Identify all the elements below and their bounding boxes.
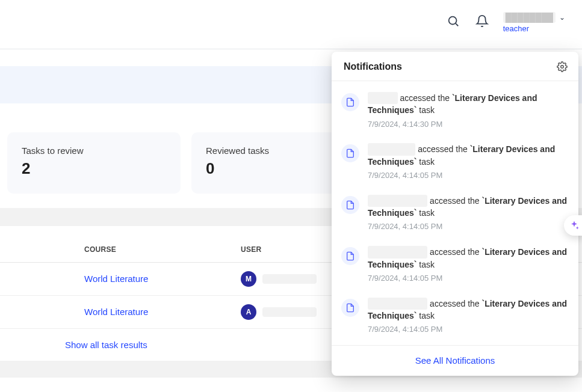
notification-actor: ████████ bbox=[368, 143, 415, 155]
notification-item[interactable]: ████████ accessed the `Literary Devices … bbox=[341, 136, 568, 187]
notification-verb: accessed the bbox=[427, 247, 481, 257]
notification-time: 7/9/2024, 4:14:05 PM bbox=[368, 221, 568, 233]
user-name-cell bbox=[262, 307, 317, 317]
search-icon[interactable] bbox=[445, 13, 461, 29]
avatar: M bbox=[241, 271, 256, 287]
notifications-list: █████ accessed the `Literary Devices and… bbox=[332, 81, 578, 345]
document-icon bbox=[341, 196, 359, 214]
notification-time: 7/9/2024, 4:14:30 PM bbox=[368, 119, 568, 130]
sparkle-icon bbox=[569, 220, 580, 231]
notification-verb: accessed the bbox=[415, 144, 469, 154]
notifications-panel: Notifications █████ accessed the `Litera… bbox=[332, 52, 578, 376]
document-icon bbox=[341, 247, 359, 265]
notification-suffix: task bbox=[416, 208, 435, 218]
notification-actor: █████ bbox=[368, 92, 398, 104]
notification-verb: accessed the bbox=[427, 299, 481, 308]
notification-body: ██████████ accessed the `Literary Device… bbox=[368, 195, 568, 233]
col-header-course: COURSE bbox=[0, 237, 241, 263]
card-tasks-to-review: Tasks to review 2 bbox=[7, 132, 181, 194]
user-role: teacher bbox=[503, 24, 529, 33]
document-icon bbox=[341, 144, 359, 162]
notification-suffix: task bbox=[416, 311, 435, 320]
course-link[interactable]: World Literature bbox=[84, 307, 148, 317]
notification-item[interactable]: ██████████ accessed the `Literary Device… bbox=[341, 290, 568, 341]
user-menu[interactable]: ████████ ⌄ teacher bbox=[503, 12, 565, 33]
notification-time: 7/9/2024, 4:14:05 PM bbox=[368, 324, 568, 335]
chevron-down-icon: ⌄ bbox=[559, 13, 565, 22]
bell-icon[interactable] bbox=[474, 13, 490, 29]
notification-body: ██████████ accessed the `Literary Device… bbox=[368, 298, 568, 335]
notification-item[interactable]: ██████████ accessed the `Literary Device… bbox=[341, 188, 568, 239]
user-name: ████████ bbox=[503, 12, 556, 23]
card-value: 2 bbox=[22, 159, 166, 178]
notification-item[interactable]: █████ accessed the `Literary Devices and… bbox=[341, 85, 568, 136]
card-label: Tasks to review bbox=[22, 145, 166, 156]
notification-body: ████████ accessed the `Literary Devices … bbox=[368, 143, 568, 181]
card-label: Reviewed tasks bbox=[206, 145, 350, 156]
svg-point-2 bbox=[561, 66, 564, 69]
avatar: A bbox=[241, 304, 256, 320]
course-link[interactable]: World Literature bbox=[84, 274, 148, 284]
document-icon bbox=[341, 299, 359, 317]
gear-icon[interactable] bbox=[557, 61, 568, 72]
svg-line-1 bbox=[456, 23, 458, 26]
notification-actor: ██████████ bbox=[368, 195, 427, 207]
notification-verb: accessed the bbox=[398, 93, 452, 103]
notification-verb: accessed the bbox=[427, 196, 481, 206]
notification-suffix: task bbox=[416, 105, 435, 115]
notification-body: █████ accessed the `Literary Devices and… bbox=[368, 92, 568, 130]
notification-suffix: task bbox=[416, 260, 435, 269]
notification-item[interactable]: ██████████ accessed the `Literary Device… bbox=[341, 239, 568, 290]
notification-suffix: task bbox=[416, 157, 435, 167]
notifications-header: Notifications bbox=[332, 52, 578, 81]
notification-actor: ██████████ bbox=[368, 298, 427, 310]
notification-time: 7/9/2024, 4:14:05 PM bbox=[368, 273, 568, 284]
notifications-footer: See All Notifications bbox=[332, 345, 578, 376]
notification-time: 7/9/2024, 4:14:05 PM bbox=[368, 170, 568, 182]
sparkle-fab[interactable] bbox=[564, 215, 582, 236]
notification-body: ██████████ accessed the `Literary Device… bbox=[368, 246, 568, 284]
notification-actor: ██████████ bbox=[368, 246, 427, 258]
card-value: 0 bbox=[206, 159, 350, 178]
see-all-notifications-link[interactable]: See All Notifications bbox=[415, 355, 495, 366]
document-icon bbox=[341, 93, 359, 111]
user-name-cell bbox=[262, 274, 317, 284]
svg-point-0 bbox=[448, 17, 456, 25]
app-header: ████████ ⌄ teacher bbox=[0, 0, 582, 49]
notifications-title: Notifications bbox=[344, 61, 402, 72]
